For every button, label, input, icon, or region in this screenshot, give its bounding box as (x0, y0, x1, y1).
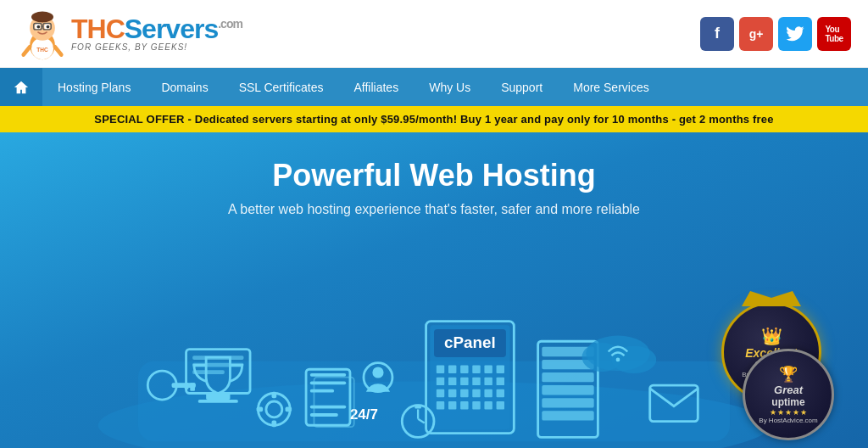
logo[interactable]: THC THCServers.com FOR GEEKS, BY GEE (17, 6, 242, 61)
home-icon (14, 80, 29, 95)
hero-subtitle: A better web hosting experience that's f… (228, 202, 640, 217)
google-plus-icon[interactable]: g+ (739, 17, 773, 51)
hero-section: Powerful Web Hosting A better web hostin… (0, 132, 868, 448)
nav-more-services[interactable]: More Services (558, 68, 664, 106)
crown-icon: 👑 (761, 326, 782, 346)
svg-rect-68 (542, 372, 593, 382)
svg-rect-62 (472, 401, 480, 409)
svg-rect-61 (460, 401, 468, 409)
badge-uptime: 🏆 Great uptime ★★★★★ By HostAdvice.com (743, 349, 834, 440)
svg-point-75 (616, 358, 620, 362)
badge-uptime-label1: Great (774, 384, 803, 396)
facebook-icon[interactable]: f (700, 17, 734, 51)
promo-text: SPECIAL OFFER - Dedicated servers starti… (94, 113, 773, 126)
svg-rect-41 (437, 366, 444, 373)
svg-rect-70 (542, 398, 593, 407)
svg-line-12 (24, 47, 30, 54)
logo-tagline: FOR GEEKS, BY GEEKS! (71, 42, 242, 52)
svg-marker-88 (742, 291, 801, 306)
svg-rect-56 (472, 389, 480, 397)
nav-affiliates[interactable]: Affiliates (339, 68, 415, 106)
badge-uptime-byline: By HostAdvice.com (759, 417, 817, 424)
svg-rect-27 (286, 407, 292, 412)
svg-rect-69 (542, 385, 593, 395)
svg-rect-30 (310, 381, 346, 384)
logo-servers: Servers (125, 14, 218, 44)
svg-rect-52 (497, 378, 504, 385)
svg-rect-60 (448, 401, 456, 409)
svg-rect-18 (190, 383, 195, 390)
svg-rect-84 (192, 356, 243, 360)
svg-point-8 (47, 25, 50, 29)
hero-title: Powerful Web Hosting (272, 158, 595, 193)
svg-rect-29 (310, 373, 346, 377)
svg-rect-64 (497, 401, 504, 409)
svg-rect-85 (192, 363, 243, 367)
svg-point-4 (31, 12, 53, 23)
nav-support[interactable]: Support (486, 68, 558, 106)
svg-text:THC: THC (36, 47, 48, 53)
svg-rect-25 (272, 421, 277, 428)
svg-rect-49 (460, 378, 468, 385)
svg-rect-47 (437, 378, 444, 385)
youtube-icon[interactable]: YouTube (817, 17, 851, 51)
svg-rect-26 (257, 407, 264, 412)
svg-rect-43 (460, 366, 468, 373)
nav-why-us[interactable]: Why Us (414, 68, 486, 106)
svg-text:cPanel: cPanel (444, 333, 496, 351)
promo-banner: SPECIAL OFFER - Dedicated servers starti… (0, 106, 868, 132)
svg-rect-59 (437, 401, 444, 409)
svg-rect-80 (415, 405, 421, 409)
svg-rect-63 (484, 401, 492, 409)
badge-stars: ★★★★★ (770, 408, 808, 417)
svg-rect-55 (460, 389, 468, 397)
navbar: Hosting Plans Domains SSL Certificates A… (0, 68, 868, 106)
twitter-icon[interactable] (778, 17, 812, 51)
svg-line-13 (55, 47, 61, 54)
svg-rect-32 (310, 406, 346, 409)
svg-rect-48 (448, 378, 456, 385)
svg-rect-51 (484, 378, 492, 385)
logo-thc: THC (71, 14, 125, 44)
nav-hosting-plans[interactable]: Hosting Plans (42, 68, 146, 106)
svg-rect-24 (272, 392, 277, 399)
social-links: f g+ YouTube (700, 17, 851, 51)
nav-domains[interactable]: Domains (146, 68, 223, 106)
svg-point-35 (372, 367, 383, 378)
svg-rect-86 (192, 370, 225, 374)
svg-rect-46 (497, 366, 504, 373)
svg-rect-44 (472, 366, 480, 373)
logo-text: THCServers.com FOR GEEKS, BY GEEKS! (71, 15, 242, 52)
svg-rect-71 (542, 411, 593, 420)
svg-rect-53 (437, 389, 444, 397)
svg-rect-57 (484, 389, 492, 397)
nav-home-button[interactable] (0, 68, 42, 106)
svg-rect-50 (472, 378, 480, 385)
svg-point-7 (37, 25, 41, 29)
svg-rect-45 (484, 366, 492, 373)
mascot-icon: THC (17, 6, 68, 61)
svg-rect-42 (448, 366, 456, 373)
svg-rect-58 (497, 389, 504, 397)
svg-rect-82 (206, 394, 230, 400)
svg-rect-54 (448, 389, 456, 397)
nav-ssl-certificates[interactable]: SSL Certificates (224, 68, 339, 106)
logo-com: .com (218, 17, 242, 31)
hero-illustration: 24/7 cPanel (0, 217, 868, 448)
svg-rect-83 (198, 400, 238, 403)
badge-uptime-label2: uptime (771, 396, 804, 408)
header: THC THCServers.com FOR GEEKS, BY GEE (0, 0, 868, 68)
